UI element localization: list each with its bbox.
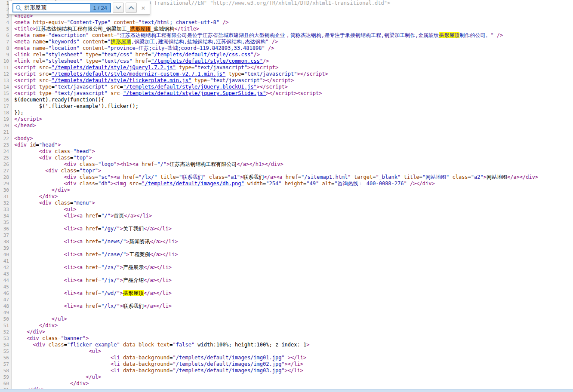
code-segment: </li: [162, 251, 175, 257]
line-number: 47: [0, 297, 12, 303]
code-text: <meta name="keywords" content="拱形屋顶,钢梁加工…: [12, 39, 573, 45]
source-line: 7<meta name="keywords" content="拱形屋顶,钢梁加…: [0, 39, 573, 45]
code-segment: class: [80, 181, 95, 187]
line-number: 58: [0, 368, 12, 374]
resource-link[interactable]: "/templets/default/style/jQuery1.7.2.js": [52, 64, 176, 70]
code-segment: width:100%; height:100%; z-index:-1: [194, 342, 306, 348]
code-segment: href: [86, 290, 98, 296]
code-text: <ul>: [12, 348, 573, 355]
source-line: 37: [0, 232, 573, 239]
code-segment: =: [169, 361, 173, 367]
code-segment: "banner": [61, 335, 86, 341]
code-segment: >: [169, 277, 172, 283]
code-segment: "top": [73, 155, 89, 161]
code-segment: <a: [77, 277, 83, 283]
code-segment: =: [120, 90, 123, 96]
code-segment: class: [80, 161, 95, 167]
code-segment: "text/html; charset=utf-8": [139, 19, 219, 25]
source-line: 35: [0, 219, 573, 226]
code-segment: >: [120, 226, 123, 232]
line-number: 54: [0, 342, 12, 348]
code-text: $(document).ready(function(){: [12, 97, 573, 103]
code-segment: title: [160, 174, 176, 180]
code-segment: >: [169, 264, 172, 270]
resource-link[interactable]: "/templets/default/style/flickerplate.mi…: [52, 77, 191, 83]
code-segment: =: [169, 342, 173, 348]
line-number: 51: [0, 322, 12, 329]
resource-link[interactable]: "/templets/default/style/common.css": [151, 58, 263, 64]
code-text: [12, 271, 573, 277]
line-number: 18: [0, 110, 12, 116]
source-line: 40 <li><a href="/case/">工程案例</a></li>: [0, 251, 573, 258]
line-number: 57: [0, 361, 12, 368]
code-segment: </a: [150, 251, 159, 257]
code-text: <div class="dh"><img src="/templets/defa…: [12, 181, 573, 187]
resource-link[interactable]: "/templets/default/style/jquery.SuperSli…: [123, 90, 266, 96]
source-line: 4<meta http-equiv="Content-Type" content…: [0, 19, 573, 26]
source-line: 22<body>: [0, 135, 573, 142]
source-line: 8<meta name="location" content="province…: [0, 45, 573, 52]
code-segment: =: [148, 52, 151, 58]
code-segment: [132, 58, 136, 64]
code-segment: [52, 155, 55, 161]
code-segment: >: [92, 148, 95, 154]
code-segment: "logo": [98, 161, 117, 167]
resource-link[interactable]: "/templets/default/style/css.css": [151, 52, 253, 58]
code-segment: src: [111, 90, 120, 96]
code-segment: class: [452, 174, 468, 180]
find-next-button[interactable]: [113, 3, 124, 13]
resource-link[interactable]: "/templets/default/style/jQuery.blockUI.…: [123, 84, 257, 90]
code-segment: content: [83, 45, 105, 51]
code-segment: "Content-Type": [67, 19, 111, 25]
code-segment: >: [153, 264, 156, 270]
code-segment: data-background: [123, 368, 169, 374]
code-segment: =: [95, 181, 98, 187]
line-number: 55: [0, 348, 12, 355]
code-segment: [108, 90, 111, 96]
code-segment: <a: [132, 161, 139, 167]
source-line: 39: [0, 245, 573, 251]
source-code: 1<!DOCTYPE html PUBLIC "-//W3C//DTD XHTM…: [0, 0, 573, 392]
source-line: 34 <li><a href="/">首页</a></li>: [0, 213, 573, 219]
line-number: 50: [0, 316, 12, 322]
code-text: <li><a href="/gy/">关于我们</a></li>: [12, 226, 573, 232]
find-prev-button[interactable]: [126, 3, 137, 13]
line-number: 31: [0, 193, 12, 200]
code-segment: name: [33, 39, 45, 45]
code-segment: =: [169, 368, 173, 374]
code-segment: [14, 251, 64, 257]
code-segment: </a: [144, 290, 153, 296]
source-line: 17 $('.flicker-example').flicker();: [0, 103, 573, 110]
code-segment: />: [497, 32, 503, 38]
code-segment: />: [263, 58, 269, 64]
find-input[interactable]: 拱形屋顶 1 / 24: [12, 3, 111, 12]
horizontal-scrollbar[interactable]: [0, 389, 573, 392]
code-segment: name: [33, 45, 45, 51]
resource-link[interactable]: "/templets/default/style/modernizr-custo…: [52, 71, 226, 77]
code-segment: </li: [291, 355, 303, 361]
code-segment: </li: [156, 226, 169, 232]
code-segment: [36, 84, 39, 90]
code-segment: >: [64, 316, 67, 322]
source-line: 20</head>: [0, 122, 573, 129]
source-line: 44 <li><a href="/js/">产品介绍</a></li>: [0, 277, 573, 284]
source-line: 14<script type="text/javascript" src="/t…: [0, 84, 573, 90]
code-segment: >: [432, 181, 435, 187]
line-number: 30: [0, 187, 12, 193]
line-number: 16: [0, 97, 12, 103]
code-segment: [407, 181, 410, 187]
code-segment: </title: [174, 26, 196, 32]
resource-link[interactable]: "/templets/default/images/dh.png": [142, 181, 244, 187]
close-icon[interactable]: ×: [139, 4, 147, 12]
code-segment: >: [196, 26, 199, 32]
code-segment: <script: [14, 64, 36, 70]
code-text: <ul>: [12, 206, 573, 213]
code-segment: </div: [27, 329, 42, 335]
code-segment: >: [484, 174, 487, 180]
code-segment: type: [86, 52, 98, 58]
source-line: 53 <div class="banner">: [0, 335, 573, 342]
code-segment: _盐城钢构: [151, 26, 174, 32]
code-text: <li><a href="/zs/">产品展示</a></li>: [12, 264, 573, 271]
source-line: 54 <div class="flicker-example" data-blo…: [0, 342, 573, 348]
code-segment: =: [49, 64, 52, 70]
